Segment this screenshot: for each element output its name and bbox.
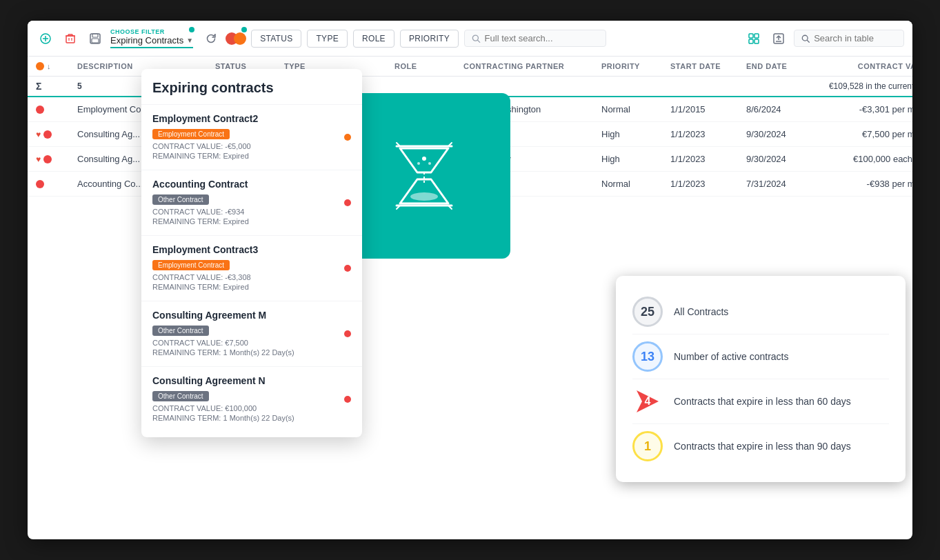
row-value: €7,500 per month [822,129,912,139]
svg-rect-12 [92,39,99,43]
row-priority: Normal [601,179,670,189]
list-item[interactable]: Consulting Agreement N Other Contract CO… [141,367,362,432]
col-role[interactable]: ROLE [394,62,463,70]
stats-card: 25 All Contracts 13 Number of active con… [616,276,906,482]
stat-label-60: Contracts that expire in less than 60 da… [674,396,851,407]
grid-icon [748,33,759,44]
row-start-date: 1/1/2023 [670,154,746,164]
refresh-button[interactable] [201,29,221,48]
sort-icon[interactable]: ↓ [47,62,51,70]
row-end-date: 9/30/2024 [746,129,822,139]
list-item[interactable]: Consulting Agreement M Other Contract CO… [141,301,362,367]
svg-rect-18 [754,39,759,43]
total-value: €109,528 in the current year [822,81,912,91]
svg-point-29 [410,192,438,201]
col-start-date[interactable]: START DATE [670,62,746,70]
fulltext-search-input[interactable] [485,33,599,43]
dual-circles-button[interactable] [226,29,246,48]
fulltext-search[interactable] [464,30,606,47]
delete-button[interactable] [61,29,80,48]
status-filter-btn[interactable]: STATUS [251,30,301,48]
stat-label-90: Contracts that expire in less than 90 da… [674,441,851,452]
row-end-date: 9/30/2024 [746,154,822,164]
table-search-input[interactable] [814,33,897,43]
item-badge: Employment Contract [152,260,230,270]
expiring-contracts-dropdown: Expiring contracts Employment Contract2 … [141,69,362,437]
item-title: Consulting Agreement N [152,375,351,386]
grid-view-btn[interactable] [744,29,763,48]
item-badge: Other Contract [152,194,209,205]
stat-label-all: All Contracts [674,306,728,317]
add-button[interactable] [36,29,55,48]
item-dot-orange [344,134,351,141]
filter-label: CHOOSE FILTER [110,28,193,35]
row-start-date: 1/1/2023 [670,129,746,139]
item-title: Consulting Agreement M [152,310,351,321]
export-icon [773,33,784,44]
row-end-date: 8/6/2024 [746,104,822,114]
chevron-down-icon: ▼ [186,37,193,44]
svg-rect-3 [66,36,74,43]
row-priority: Normal [601,104,670,114]
item-dot-red [344,199,351,206]
row-indicator: ♥ [36,154,77,164]
item-dot-red [344,265,351,272]
row-indicator: ♥ [36,130,77,139]
stat-circle-90: 1 [632,431,663,461]
stat-row-all: 25 All Contracts [632,290,889,334]
item-title: Accounting Contract [152,179,351,190]
heart-icon: ♥ [36,154,41,164]
row-indicator [36,106,77,114]
role-filter-btn[interactable]: ROLE [353,30,394,48]
search-icon [472,34,481,43]
svg-point-27 [417,162,420,165]
priority-filter-btn[interactable]: PRIORITY [400,30,459,48]
filter-dropdown[interactable]: CHOOSE FILTER Expiring Contracts ▼ [110,28,193,48]
sigma-symbol: Σ [36,81,77,92]
stat-label-active: Number of active contracts [674,351,789,362]
svg-rect-17 [749,39,753,43]
row-indicator [36,180,77,188]
row-priority: High [601,129,670,139]
stat-row-60: 4 Contracts that expire in less than 60 … [632,379,889,424]
row-value: -€938 per month [822,179,912,189]
svg-rect-15 [749,34,753,38]
view-icons [744,29,788,48]
item-contract-value: CONTRACT VALUE: -€5,000 [152,142,351,150]
stat-arrow-60: 4 [632,386,663,417]
stat-row-90: 1 Contracts that expire in less than 90 … [632,424,889,468]
item-contract-value: CONTRACT VALUE: -€934 [152,208,351,216]
col-contract-value[interactable]: CONTRACT VALUE [822,62,912,70]
row-value: -€3,301 per month [822,104,912,114]
col-priority[interactable]: PRIORITY [601,62,670,70]
row-start-date: 1/1/2015 [670,104,746,114]
svg-line-23 [807,40,809,42]
dropdown-title: Expiring contracts [141,80,362,105]
item-title: Employment Contract2 [152,113,351,124]
toolbar: CHOOSE FILTER Expiring Contracts ▼ STATU… [28,21,912,57]
item-remaining-term: REMAINING TERM: 1 Month(s) 22 Day(s) [152,348,351,357]
item-badge: Other Contract [152,391,209,401]
type-filter-btn[interactable]: TYPE [307,30,348,48]
col-partner[interactable]: CONTRACTING PARTNER [463,62,601,70]
col-end-date[interactable]: END DATE [746,62,822,70]
item-contract-value: CONTRACT VALUE: -€3,308 [152,273,351,281]
item-contract-value: CONTRACT VALUE: €7,500 [152,339,351,347]
item-badge: Employment Contract [152,129,230,139]
search-table-icon [801,34,810,43]
list-item[interactable]: Accounting Contract Other Contract CONTR… [141,170,362,236]
stat-row-active: 13 Number of active contracts [632,334,889,379]
list-item[interactable]: Employment Contract2 Employment Contract… [141,105,362,170]
svg-point-26 [422,157,426,161]
notification-dot [189,27,194,32]
hourglass-card [338,93,510,259]
svg-rect-16 [754,34,759,38]
item-remaining-term: REMAINING TERM: Expired [152,152,351,160]
export-btn[interactable] [769,29,788,48]
svg-line-14 [478,40,480,42]
list-item[interactable]: Employment Contract3 Employment Contract… [141,236,362,301]
item-remaining-term: REMAINING TERM: Expired [152,283,351,291]
dot-red [43,130,52,139]
table-search[interactable] [794,30,904,47]
save-button[interactable] [86,29,105,48]
